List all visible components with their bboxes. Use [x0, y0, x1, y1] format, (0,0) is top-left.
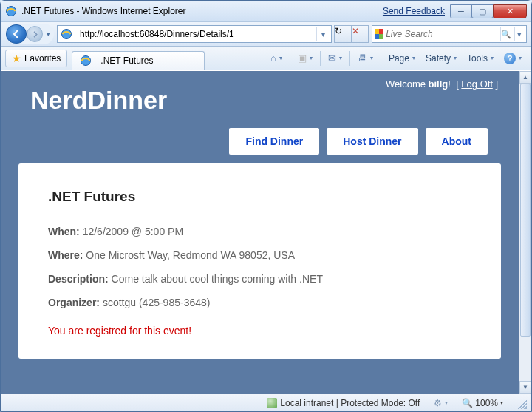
site-nav: Find Dinner Host Dinner About [14, 128, 505, 163]
dinner-card: .NET Futures When: 12/6/2009 @ 5:00 PM W… [18, 163, 501, 359]
search-box[interactable]: 🔍 ▾ [372, 25, 527, 43]
back-button[interactable] [6, 24, 27, 44]
address-dropdown[interactable]: ▾ [316, 27, 330, 41]
command-buttons: ⌂▾ ▣▾ ✉▾ 🖶▾ Page▾ Safety▾ Tools▾ ?▾ [265, 50, 527, 67]
page-menu[interactable]: Page▾ [383, 50, 420, 67]
page-scroll[interactable]: Welcome billg! [ Log Off ] NerdDinner Fi… [1, 71, 519, 394]
forward-button[interactable] [27, 26, 43, 42]
feeds-button[interactable]: ▣▾ [293, 50, 318, 67]
username: billg [429, 78, 449, 90]
titlebar: .NET Futures - Windows Internet Explorer… [1, 1, 531, 21]
nav-history-dropdown[interactable]: ▾ [43, 26, 53, 42]
safety-menu[interactable]: Safety▾ [420, 50, 462, 67]
welcome-block: Welcome billg! [ Log Off ] [386, 78, 498, 90]
help-button[interactable]: ?▾ [499, 50, 527, 67]
protected-mode-icon-seg[interactable]: ⚙ ▾ [429, 394, 452, 411]
close-button[interactable]: ✕ [493, 4, 527, 18]
maximize-button[interactable]: ▢ [471, 4, 494, 18]
security-zone[interactable]: Local intranet | Protected Mode: Off [262, 394, 424, 411]
zoom-control[interactable]: 🔍 100% ▾ [457, 394, 508, 411]
address-bar[interactable]: ▾ [57, 25, 332, 43]
favorites-label: Favorites [24, 53, 61, 64]
tab-title: .NET Futures [100, 55, 153, 66]
print-button[interactable]: 🖶▾ [352, 50, 378, 67]
command-bar: ★ Favorites .NET Futures ⌂▾ ▣▾ ✉▾ 🖶▾ Pag… [1, 47, 531, 70]
tab-ie-icon [80, 55, 92, 67]
status-bar: Local intranet | Protected Mode: Off ⚙ ▾… [1, 394, 531, 411]
zoom-icon: 🔍 [462, 398, 473, 408]
refresh-button[interactable]: ↻ [334, 25, 352, 43]
nav-about[interactable]: About [426, 128, 488, 155]
minimize-button[interactable]: ─ [450, 4, 472, 18]
scroll-thumb[interactable] [520, 84, 531, 337]
mail-icon: ✉ [328, 53, 336, 64]
zone-icon [267, 398, 277, 408]
window-buttons: ─ ▢ ✕ [451, 4, 527, 18]
home-button[interactable]: ⌂▾ [265, 50, 287, 67]
tools-menu[interactable]: Tools▾ [462, 50, 499, 67]
send-feedback-link[interactable]: Send Feedback [383, 6, 445, 16]
search-dropdown[interactable]: ▾ [514, 27, 523, 41]
readmail-button[interactable]: ✉▾ [323, 50, 347, 67]
printer-icon: 🖶 [358, 53, 367, 64]
search-input[interactable] [386, 29, 497, 39]
nav-find-dinner[interactable]: Find Dinner [229, 128, 319, 155]
help-icon: ? [504, 53, 516, 64]
live-search-icon [375, 29, 383, 39]
favorites-button[interactable]: ★ Favorites [5, 50, 67, 67]
zoom-value: 100% [475, 398, 498, 408]
scroll-down-button[interactable]: ▼ [519, 381, 531, 394]
welcome-excl: ! [448, 78, 451, 90]
scroll-track[interactable] [519, 84, 531, 381]
page-ie-icon [61, 28, 72, 40]
ie-icon [5, 5, 17, 17]
description-row: Description: Come talk about cool things… [48, 273, 471, 285]
viewport: Welcome billg! [ Log Off ] NerdDinner Fi… [1, 70, 531, 394]
ie-window: .NET Futures - Windows Internet Explorer… [0, 0, 532, 412]
zone-text: Local intranet | Protected Mode: Off [280, 398, 420, 408]
stop-button[interactable]: ✕ [351, 25, 369, 43]
search-go-button[interactable]: 🔍 [500, 27, 511, 41]
url-input[interactable] [80, 27, 313, 41]
address-bar-row: ▾ ▾ ↻ ✕ 🔍 ▾ [1, 21, 531, 47]
browser-tab[interactable]: .NET Futures [72, 51, 205, 70]
when-row: When: 12/6/2009 @ 5:00 PM [48, 226, 471, 237]
home-icon: ⌂ [270, 53, 276, 64]
star-icon: ★ [12, 53, 21, 64]
page-content: Welcome billg! [ Log Off ] NerdDinner Fi… [1, 71, 519, 394]
organizer-row: Organizer: scottgu (425-985-3648) [48, 297, 471, 308]
vertical-scrollbar[interactable]: ▲ ▼ [519, 71, 531, 394]
window-title: .NET Futures - Windows Internet Explorer [21, 6, 186, 16]
rss-icon: ▣ [298, 53, 307, 64]
scroll-up-button[interactable]: ▲ [519, 71, 531, 84]
welcome-text: Welcome [386, 78, 429, 90]
where-row: Where: One Microsft Way, Redmond WA 9805… [48, 249, 471, 261]
registered-msg: You are registred for this event! [48, 325, 471, 337]
resize-grip[interactable] [515, 397, 527, 409]
site-header: Welcome billg! [ Log Off ] NerdDinner Fi… [1, 71, 519, 163]
logoff-link[interactable]: Log Off [461, 78, 492, 90]
back-forward-group: ▾ [5, 24, 54, 44]
nav-host-dinner[interactable]: Host Dinner [327, 128, 417, 155]
dinner-title: .NET Futures [48, 189, 471, 205]
